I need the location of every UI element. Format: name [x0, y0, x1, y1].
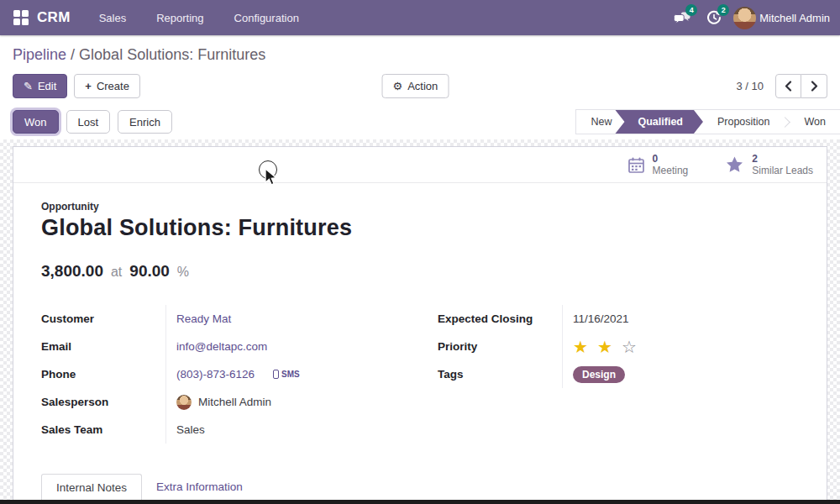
pager: 3 / 10	[736, 74, 827, 98]
top-navbar: CRM Sales Reporting Configuration 4	[0, 0, 840, 35]
star-icon	[725, 155, 744, 174]
star-empty-icon[interactable]: ☆	[622, 339, 637, 355]
pager-count: 3 / 10	[736, 80, 764, 92]
mobile-phone-icon	[273, 370, 279, 379]
pencil-icon: ✎	[24, 81, 33, 92]
similar-leads-stat-button[interactable]: 2 Similar Leads	[725, 153, 813, 176]
priority-label: Priority	[438, 340, 562, 353]
tags-field: Tags Design	[438, 360, 799, 388]
user-name: Mitchell Admin	[759, 12, 830, 24]
status-row: Won Lost Enrich New Qualified Propositio…	[0, 109, 840, 134]
stage-qualified[interactable]: Qualified	[615, 110, 702, 134]
form-sheet: Opportunity Global Solutions: Furnitures…	[13, 183, 827, 501]
activities-badge: 2	[717, 4, 729, 16]
star-filled-icon[interactable]: ★	[597, 339, 612, 355]
breadcrumb: Pipeline / Global Solutions: Furnitures	[13, 42, 827, 67]
tags-label: Tags	[438, 368, 562, 381]
user-avatar	[733, 7, 756, 29]
tab-internal-notes[interactable]: Internal Notes	[41, 474, 142, 501]
action-button[interactable]: ⚙ Action	[382, 74, 449, 98]
phone-value-link[interactable]: (803)-873-6126	[176, 368, 255, 381]
fields-right-column: Expected Closing 11/16/2021 Priority ★★☆…	[438, 305, 799, 388]
main-menu: Sales Reporting Configuration	[99, 12, 299, 24]
tag-design[interactable]: Design	[573, 366, 625, 383]
meeting-label: Meeting	[653, 165, 689, 176]
messages-button[interactable]: 4	[669, 5, 695, 30]
bottom-edge-bar	[0, 500, 840, 504]
chevron-left-icon	[785, 81, 792, 92]
expected-closing-label: Expected Closing	[438, 312, 562, 325]
sms-button[interactable]: SMS	[273, 370, 300, 379]
app-name[interactable]: CRM	[37, 9, 71, 26]
notebook-tabs: Internal Notes Extra Information	[41, 474, 799, 501]
breadcrumb-current: Global Solutions: Furnitures	[79, 46, 265, 63]
customer-label: Customer	[41, 312, 165, 325]
menu-sales[interactable]: Sales	[99, 12, 127, 24]
menu-configuration[interactable]: Configuration	[234, 12, 299, 24]
breadcrumb-separator: /	[71, 46, 75, 63]
meeting-count: 0	[653, 153, 689, 165]
sales-team-label: Sales Team	[41, 423, 165, 436]
at-label: at	[111, 265, 122, 280]
record-type-label: Opportunity	[41, 201, 799, 213]
gear-icon: ⚙	[393, 81, 403, 92]
email-field: Email info@deltapc.com	[41, 333, 402, 360]
breadcrumb-pipeline-link[interactable]: Pipeline	[13, 46, 66, 63]
phone-label: Phone	[41, 368, 165, 381]
control-panel: Pipeline / Global Solutions: Furnitures …	[0, 35, 840, 98]
create-button[interactable]: + Create	[74, 74, 140, 98]
mouse-cursor	[265, 168, 278, 186]
pager-previous-button[interactable]	[775, 74, 801, 98]
amount-row: 3,800.00 at 90.00 %	[41, 262, 799, 281]
fields-grid: Customer Ready Mat Email info@deltapc.co…	[41, 305, 799, 444]
salesperson-avatar	[176, 395, 192, 410]
stage-proposition[interactable]: Proposition	[703, 110, 785, 134]
menu-reporting[interactable]: Reporting	[156, 12, 203, 24]
similar-leads-count: 2	[752, 153, 813, 165]
messages-badge: 4	[685, 4, 697, 16]
mark-won-button[interactable]: Won	[13, 110, 59, 134]
star-filled-icon[interactable]: ★	[573, 339, 588, 355]
phone-field: Phone (803)-873-6126 SMS	[41, 360, 402, 388]
salesperson-field: Salesperson Mitchell Admin	[41, 388, 402, 416]
email-value-link[interactable]: info@deltapc.com	[176, 340, 267, 353]
mark-lost-button[interactable]: Lost	[66, 110, 111, 134]
email-label: Email	[41, 340, 165, 353]
toolbar: ✎ Edit + Create ⚙ Action 3 / 10	[13, 73, 827, 98]
customer-value-link[interactable]: Ready Mat	[176, 312, 231, 325]
salesperson-value[interactable]: Mitchell Admin	[198, 396, 271, 408]
user-menu[interactable]: Mitchell Admin	[733, 7, 830, 29]
edit-button[interactable]: ✎ Edit	[13, 74, 67, 98]
activities-button[interactable]: 2	[701, 5, 727, 30]
chevron-right-icon	[811, 81, 818, 92]
meetings-stat-button[interactable]: 0 Meeting	[627, 153, 689, 176]
stat-button-row: 0 Meeting 2 Similar Leads	[13, 147, 827, 183]
pager-next-button[interactable]	[801, 74, 827, 98]
apps-menu-icon[interactable]	[13, 10, 29, 25]
sales-team-value[interactable]: Sales	[176, 423, 205, 436]
similar-leads-label: Similar Leads	[752, 165, 813, 176]
plus-icon: +	[85, 81, 92, 92]
salesperson-label: Salesperson	[41, 396, 165, 408]
form-view-background: 0 Meeting 2 Similar Leads Opportunity Gl	[0, 139, 840, 504]
calendar-icon	[627, 156, 645, 174]
expected-closing-field: Expected Closing 11/16/2021	[438, 305, 799, 333]
priority-stars: ★★☆	[562, 333, 799, 360]
fields-left-column: Customer Ready Mat Email info@deltapc.co…	[41, 305, 402, 444]
expected-closing-value[interactable]: 11/16/2021	[573, 312, 629, 325]
customer-field: Customer Ready Mat	[41, 305, 402, 333]
enrich-button[interactable]: Enrich	[118, 110, 172, 134]
tab-extra-information[interactable]: Extra Information	[142, 474, 257, 501]
probability-value: 90.00	[129, 262, 170, 281]
stage-won[interactable]: Won	[790, 110, 840, 134]
opportunity-title: Global Solutions: Furnitures	[41, 215, 799, 241]
percent-sign: %	[177, 265, 189, 280]
expected-revenue: 3,800.00	[41, 262, 103, 281]
sales-team-field: Sales Team Sales	[41, 416, 402, 444]
priority-field: Priority ★★☆	[438, 333, 799, 360]
stage-statusbar: New Qualified Proposition Won	[575, 109, 840, 134]
record-card: 0 Meeting 2 Similar Leads Opportunity Gl	[13, 146, 827, 504]
